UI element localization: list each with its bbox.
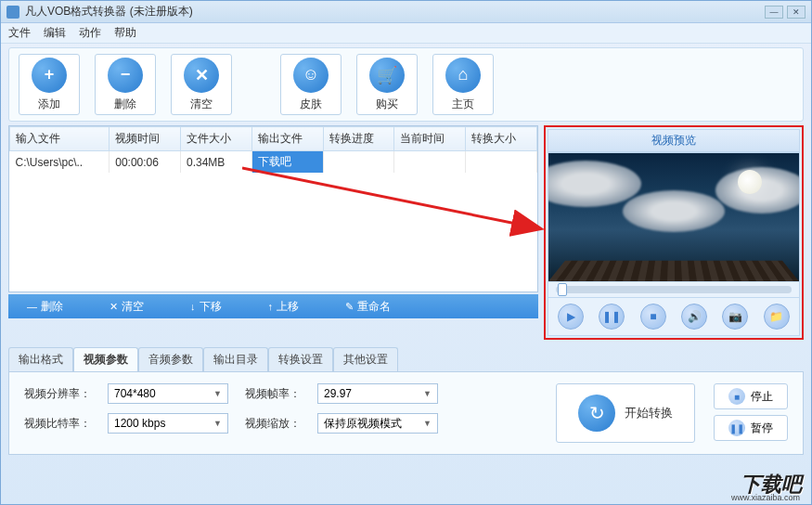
tab-output-dir[interactable]: 输出目录: [203, 347, 268, 371]
col-output[interactable]: 输出文件: [251, 127, 323, 151]
pause-convert-button[interactable]: ❚❚ 暂停: [714, 415, 788, 441]
moon-icon: [738, 170, 762, 194]
col-convsize[interactable]: 转换大小: [466, 127, 537, 151]
menu-file[interactable]: 文件: [8, 25, 31, 41]
cell-curtime: [394, 151, 466, 174]
media-controls: ▶ ❚❚ ■ 🔊 📷 📁: [548, 298, 800, 336]
close-button[interactable]: ✕: [787, 6, 806, 19]
camera-button[interactable]: 📷: [722, 304, 748, 330]
list-clear[interactable]: ✕清空: [110, 299, 144, 315]
watermark-url: www.xiazaiba.com: [731, 493, 800, 502]
scale-combo[interactable]: 保持原视频模式▼: [317, 413, 438, 434]
chevron-down-icon: ▼: [423, 419, 432, 428]
clear-label: 清空: [190, 97, 213, 112]
framerate-label: 视频帧率：: [245, 386, 301, 402]
refresh-icon: ↻: [578, 395, 615, 432]
x-icon: ✕: [184, 58, 219, 93]
window-title: 凡人VOB格式转换器 (未注册版本): [25, 4, 765, 19]
resolution-label: 视频分辨率：: [24, 386, 91, 402]
seek-slider[interactable]: [548, 282, 800, 298]
start-convert-button[interactable]: ↻ 开始转换: [556, 383, 695, 443]
col-videotime[interactable]: 视频时间: [110, 127, 181, 151]
minimize-button[interactable]: —: [765, 6, 783, 19]
col-curtime[interactable]: 当前时间: [394, 127, 466, 151]
menubar: 文件 编辑 动作 帮助: [1, 23, 811, 44]
resolution-combo[interactable]: 704*480▼: [108, 383, 228, 404]
volume-button[interactable]: 🔊: [681, 304, 707, 330]
tab-audio-params[interactable]: 音频参数: [138, 347, 203, 371]
house-icon: ⌂: [445, 58, 481, 93]
tab-other-settings[interactable]: 其他设置: [333, 347, 398, 371]
smile-icon: ☺: [293, 58, 329, 93]
col-progress[interactable]: 转换进度: [323, 127, 394, 151]
file-table[interactable]: 输入文件 视频时间 文件大小 输出文件 转换进度 当前时间 转换大小 C:\Us…: [8, 125, 538, 292]
settings-panel: 视频分辨率： 704*480▼ 视频帧率： 29.97▼ 视频比特率： 1200…: [8, 371, 804, 455]
play-button[interactable]: ▶: [558, 304, 584, 330]
col-filesize[interactable]: 文件大小: [181, 127, 252, 151]
delete-label: 删除: [114, 97, 136, 112]
chevron-down-icon: ▼: [213, 389, 222, 398]
minus-icon: —: [27, 301, 37, 312]
list-movedown[interactable]: ↓下移: [190, 299, 222, 315]
pause-icon: ❚❚: [728, 420, 745, 436]
skin-label: 皮肤: [300, 97, 322, 112]
x-icon: ✕: [110, 301, 118, 313]
scale-label: 视频缩放：: [245, 416, 301, 432]
bitrate-combo[interactable]: 1200 kbps▼: [108, 413, 228, 434]
skin-button[interactable]: ☺ 皮肤: [280, 54, 342, 115]
preview-video[interactable]: [548, 152, 800, 282]
arrow-up-icon: ↑: [268, 301, 274, 312]
cart-icon: 🛒: [369, 58, 405, 93]
menu-help[interactable]: 帮助: [114, 25, 136, 41]
app-window: 凡人VOB格式转换器 (未注册版本) — ✕ 文件 编辑 动作 帮助 + 添加 …: [0, 0, 812, 505]
list-actionbar: —删除 ✕清空 ↓下移 ↑上移 ✎重命名: [8, 294, 538, 318]
toolbar: + 添加 − 删除 ✕ 清空 ☺ 皮肤 🛒 购买 ⌂ 主页: [8, 47, 804, 122]
add-label: 添加: [38, 97, 60, 112]
plus-icon: +: [32, 58, 67, 93]
cell-input: C:\Users\pc\..: [10, 151, 110, 174]
minus-icon: −: [108, 58, 143, 93]
cell-filesize: 0.34MB: [181, 151, 252, 174]
list-delete[interactable]: —删除: [27, 299, 63, 315]
stop-button[interactable]: ■: [640, 304, 666, 330]
cell-convsize: [466, 151, 537, 174]
cell-output: 下载吧: [251, 151, 323, 174]
titlebar: 凡人VOB格式转换器 (未注册版本) — ✕: [1, 1, 811, 23]
stop-convert-button[interactable]: ■ 停止: [714, 383, 788, 409]
buy-label: 购买: [376, 97, 398, 112]
settings-tabs: 输出格式 视频参数 音频参数 输出目录 转换设置 其他设置: [8, 347, 804, 371]
table-row[interactable]: C:\Users\pc\.. 00:00:06 0.34MB 下载吧: [10, 151, 537, 174]
tab-output-format[interactable]: 输出格式: [8, 347, 73, 371]
preview-title: 视频预览: [548, 129, 800, 152]
start-label: 开始转换: [625, 405, 673, 421]
arrow-down-icon: ↓: [190, 301, 196, 312]
tab-video-params[interactable]: 视频参数: [73, 347, 138, 371]
edit-icon: ✎: [345, 301, 354, 313]
bitrate-label: 视频比特率：: [24, 416, 91, 432]
home-label: 主页: [452, 97, 474, 112]
cell-videotime: 00:00:06: [110, 151, 181, 174]
tab-convert-settings[interactable]: 转换设置: [268, 347, 333, 371]
pause-button[interactable]: ❚❚: [599, 304, 625, 330]
stop-icon: ■: [728, 388, 745, 405]
open-button[interactable]: 📁: [764, 304, 790, 330]
col-input[interactable]: 输入文件: [10, 127, 110, 151]
cell-progress: [323, 151, 394, 174]
list-moveup[interactable]: ↑上移: [268, 299, 300, 315]
menu-action[interactable]: 动作: [79, 25, 101, 41]
buy-button[interactable]: 🛒 购买: [356, 54, 418, 115]
app-icon: [6, 6, 19, 19]
preview-panel: 视频预览 ▶ ❚❚ ■ 🔊 📷 📁: [544, 125, 804, 340]
list-rename[interactable]: ✎重命名: [345, 299, 391, 315]
chevron-down-icon: ▼: [213, 419, 222, 428]
framerate-combo[interactable]: 29.97▼: [317, 383, 438, 404]
add-button[interactable]: + 添加: [19, 54, 80, 115]
clear-button[interactable]: ✕ 清空: [171, 54, 232, 115]
delete-button[interactable]: − 删除: [95, 54, 156, 115]
chevron-down-icon: ▼: [423, 389, 432, 398]
home-button[interactable]: ⌂ 主页: [432, 54, 494, 115]
menu-edit[interactable]: 编辑: [44, 25, 66, 41]
